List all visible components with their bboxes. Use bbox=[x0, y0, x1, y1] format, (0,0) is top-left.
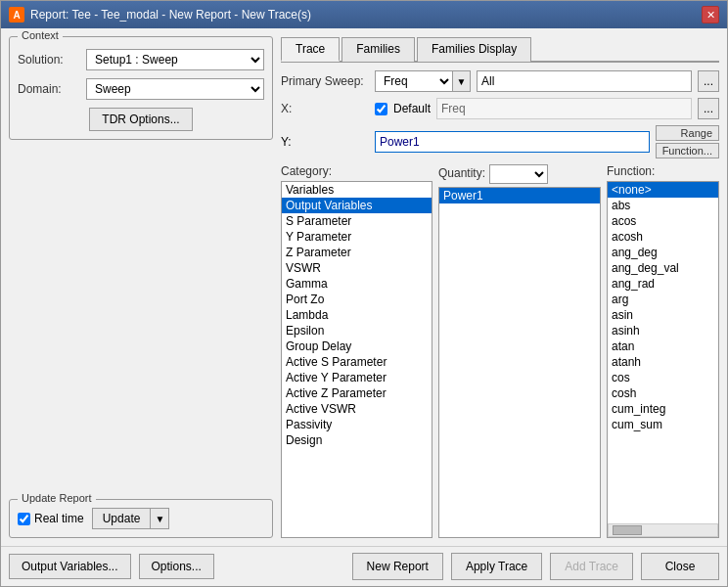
list-item[interactable]: VSWR bbox=[282, 260, 432, 276]
title-bar-left: A Report: Tee - Tee_modal - New Report -… bbox=[9, 7, 311, 23]
sweep-dropdown-icon[interactable]: ▼ bbox=[453, 70, 471, 92]
solution-row: Solution: Setup1 : Sweep bbox=[18, 49, 264, 70]
tab-families[interactable]: Families bbox=[341, 37, 415, 62]
sweep-select-wrapper: Freq ▼ bbox=[375, 70, 471, 92]
list-item[interactable]: <none> bbox=[608, 182, 718, 198]
y-row: Y: Range Function... bbox=[281, 125, 719, 158]
update-btn-group: Update ▼ bbox=[92, 508, 170, 529]
function-section: Function: <none> abs acos acosh ang_deg … bbox=[607, 164, 719, 538]
list-item[interactable]: asin bbox=[608, 307, 718, 323]
output-variables-button[interactable]: Output Variables... bbox=[9, 554, 131, 579]
solution-select[interactable]: Setup1 : Sweep bbox=[86, 49, 264, 70]
list-item[interactable]: Active VSWR bbox=[282, 401, 432, 417]
list-item[interactable]: asinh bbox=[608, 323, 718, 339]
primary-sweep-select[interactable]: Freq bbox=[375, 70, 453, 92]
close-button[interactable]: Close bbox=[641, 553, 719, 580]
list-item[interactable]: ang_rad bbox=[608, 276, 718, 292]
list-item[interactable]: ang_deg_val bbox=[608, 260, 718, 276]
realtime-label: Real time bbox=[34, 512, 84, 525]
list-item[interactable]: Group Delay bbox=[282, 339, 432, 354]
list-item[interactable]: cum_sum bbox=[608, 417, 718, 432]
list-item[interactable]: Y Parameter bbox=[282, 229, 432, 245]
content-area: Context Solution: Setup1 : Sweep Domain:… bbox=[1, 28, 727, 546]
list-item[interactable]: S Parameter bbox=[282, 213, 432, 229]
quantity-header: Quantity: bbox=[438, 166, 485, 180]
quantity-dropdown[interactable] bbox=[489, 164, 548, 184]
x-dots-button[interactable]: ... bbox=[698, 98, 719, 119]
category-header: Category: bbox=[281, 164, 432, 178]
list-item[interactable]: Gamma bbox=[282, 276, 432, 292]
list-item[interactable]: atan bbox=[608, 339, 718, 354]
list-item[interactable]: acosh bbox=[608, 229, 718, 245]
x-default-label: Default bbox=[393, 102, 431, 115]
title-bar: A Report: Tee - Tee_modal - New Report -… bbox=[1, 1, 727, 28]
y-label: Y: bbox=[281, 135, 369, 149]
list-item[interactable]: Variables bbox=[282, 182, 432, 198]
tab-trace[interactable]: Trace bbox=[281, 37, 340, 62]
list-item[interactable]: cosh bbox=[608, 385, 718, 401]
app-icon: A bbox=[9, 7, 24, 23]
update-report-group: Update Report Real time Update ▼ bbox=[9, 499, 273, 538]
context-group: Context Solution: Setup1 : Sweep Domain:… bbox=[9, 36, 273, 140]
range-button[interactable]: Range bbox=[656, 125, 719, 141]
y-value-input[interactable] bbox=[375, 131, 650, 153]
new-report-button[interactable]: New Report bbox=[352, 553, 443, 580]
list-item[interactable]: Lambda bbox=[282, 307, 432, 323]
trace-panel-content: Primary Sweep: Freq ▼ ... X: Default bbox=[281, 70, 719, 538]
list-item[interactable]: cum_integ bbox=[608, 401, 718, 417]
update-button[interactable]: Update bbox=[92, 508, 152, 529]
solution-label: Solution: bbox=[18, 53, 86, 67]
list-item[interactable]: Active Y Parameter bbox=[282, 370, 432, 385]
list-item[interactable]: Design bbox=[282, 432, 432, 448]
category-list[interactable]: Variables Output Variables S Parameter Y… bbox=[281, 181, 432, 538]
function-button[interactable]: Function... bbox=[656, 143, 719, 158]
bottom-bar: Output Variables... Options... New Repor… bbox=[1, 546, 727, 586]
list-item[interactable]: Active S Parameter bbox=[282, 354, 432, 370]
close-icon[interactable]: ✕ bbox=[702, 6, 719, 23]
primary-sweep-row: Primary Sweep: Freq ▼ ... bbox=[281, 70, 719, 92]
quantity-list[interactable]: Power1 bbox=[438, 187, 601, 538]
primary-sweep-dots-button[interactable]: ... bbox=[698, 70, 719, 92]
y-buttons: Range Function... bbox=[656, 125, 719, 158]
list-item[interactable]: Epsilon bbox=[282, 323, 432, 339]
primary-sweep-label: Primary Sweep: bbox=[281, 74, 369, 88]
domain-select[interactable]: Sweep bbox=[86, 78, 264, 100]
tabs-bar: Trace Families Families Display bbox=[281, 36, 719, 63]
x-label: X: bbox=[281, 102, 369, 115]
tab-families-display[interactable]: Families Display bbox=[417, 37, 531, 62]
list-item[interactable]: acos bbox=[608, 213, 718, 229]
apply-trace-button[interactable]: Apply Trace bbox=[451, 553, 542, 580]
solution-select-wrapper: Setup1 : Sweep bbox=[86, 49, 264, 70]
options-button[interactable]: Options... bbox=[139, 554, 214, 579]
quantity-section: Quantity: Power1 bbox=[438, 164, 601, 538]
add-trace-button[interactable]: Add Trace bbox=[550, 553, 633, 580]
list-item[interactable]: atanh bbox=[608, 354, 718, 370]
scrollbar-thumb bbox=[613, 525, 642, 535]
list-item[interactable]: arg bbox=[608, 292, 718, 307]
main-window: A Report: Tee - Tee_modal - New Report -… bbox=[0, 0, 728, 587]
category-section: Category: Variables Output Variables S P… bbox=[281, 164, 432, 538]
domain-select-wrapper: Sweep bbox=[86, 78, 264, 100]
realtime-checkbox[interactable] bbox=[18, 513, 30, 525]
x-default-checkbox[interactable] bbox=[375, 103, 387, 115]
domain-row: Domain: Sweep bbox=[18, 78, 264, 100]
list-item[interactable]: Output Variables bbox=[282, 198, 432, 213]
realtime-checkbox-label[interactable]: Real time bbox=[18, 512, 84, 525]
list-item[interactable]: Passivity bbox=[282, 417, 432, 432]
quantity-header-row: Quantity: bbox=[438, 164, 601, 184]
list-item[interactable]: Active Z Parameter bbox=[282, 385, 432, 401]
list-item[interactable]: Port Zo bbox=[282, 292, 432, 307]
lists-area: Category: Variables Output Variables S P… bbox=[281, 164, 719, 538]
list-item[interactable]: abs bbox=[608, 198, 718, 213]
list-item[interactable]: cos bbox=[608, 370, 718, 385]
x-row: X: Default ... bbox=[281, 98, 719, 119]
list-item[interactable]: Z Parameter bbox=[282, 245, 432, 260]
window-title: Report: Tee - Tee_modal - New Report - N… bbox=[30, 8, 311, 22]
primary-sweep-value-input[interactable] bbox=[477, 70, 692, 92]
function-scrollbar-horizontal[interactable] bbox=[608, 523, 718, 537]
tdr-options-button[interactable]: TDR Options... bbox=[89, 108, 192, 131]
update-dropdown-icon[interactable]: ▼ bbox=[151, 508, 169, 529]
list-item[interactable]: Power1 bbox=[439, 188, 600, 203]
function-list[interactable]: <none> abs acos acosh ang_deg ang_deg_va… bbox=[608, 182, 718, 521]
list-item[interactable]: ang_deg bbox=[608, 245, 718, 260]
